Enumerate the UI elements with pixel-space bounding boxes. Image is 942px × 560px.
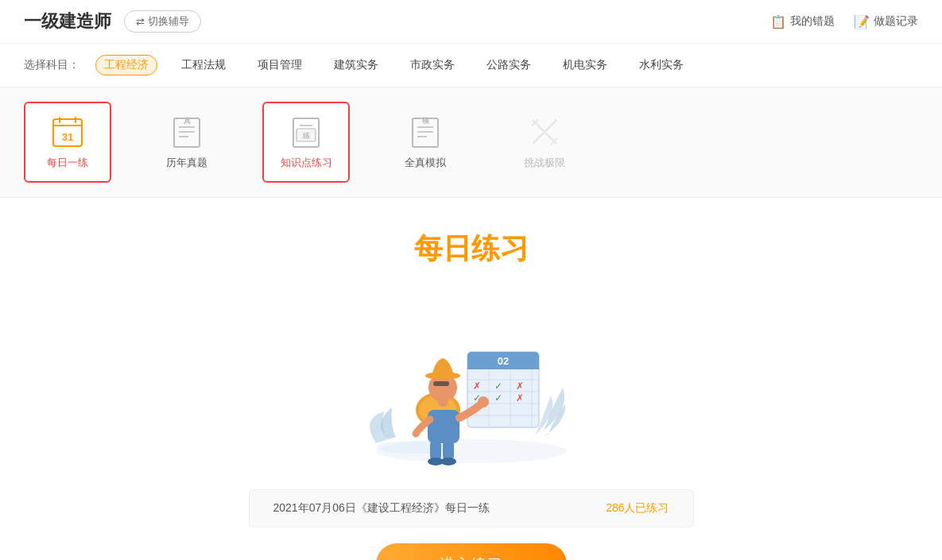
svg-text:02: 02 xyxy=(497,355,508,367)
subject-bar: 选择科目： 工程经济 工程法规 项目管理 建筑实务 市政实务 公路实务 机电实务… xyxy=(0,44,942,87)
my-mistakes-label: 我的错题 xyxy=(790,14,835,29)
subject-item-construction-practice[interactable]: 建筑实务 xyxy=(326,56,386,75)
subject-item-engineering-economy[interactable]: 工程经济 xyxy=(95,55,157,75)
svg-text:✓: ✓ xyxy=(494,380,502,392)
practice-record-label: 做题记录 xyxy=(874,14,918,29)
daily-icon: 31 xyxy=(50,114,85,149)
illustration: 02 ✗ ✓ ✗ ✓ ✓ ✗ xyxy=(344,292,599,467)
subject-label: 选择科目： xyxy=(24,58,79,72)
daily-label: 每日一练 xyxy=(47,156,88,170)
svg-text:✗: ✗ xyxy=(473,380,481,392)
svg-point-51 xyxy=(478,396,489,407)
mode-simulation[interactable]: 模 全真模拟 xyxy=(382,102,469,182)
section-title: 每日练习 xyxy=(414,230,529,268)
mistakes-icon: 📋 xyxy=(770,14,786,29)
info-bar-text: 2021年07月06日《建设工程经济》每日一练 xyxy=(273,501,490,516)
subject-list: 工程经济 工程法规 项目管理 建筑实务 市政实务 公路实务 机电实务 水利实务 xyxy=(95,55,692,75)
switch-btn[interactable]: ⇄ 切换辅导 xyxy=(124,10,201,33)
info-count: 286人已练习 xyxy=(606,501,669,516)
mode-challenge[interactable]: 挑战极限 xyxy=(501,102,588,182)
challenge-label: 挑战极限 xyxy=(524,156,565,170)
history-label: 历年真题 xyxy=(166,156,207,170)
svg-text:✗: ✗ xyxy=(516,392,524,404)
main-content: 每日练习 02 xyxy=(0,198,942,560)
logo: 一级建造师 xyxy=(24,10,111,33)
mode-knowledge[interactable]: 练 知识点练习 xyxy=(262,102,350,183)
mode-history[interactable]: 真 历年真题 xyxy=(143,102,231,182)
subject-item-engineering-law[interactable]: 工程法规 xyxy=(173,56,234,75)
svg-text:✓: ✓ xyxy=(494,392,502,404)
svg-text:练: 练 xyxy=(302,132,311,140)
practice-record-link[interactable]: 📝 做题记录 xyxy=(854,14,918,29)
mode-bar: 31 每日一练 真 历年真题 练 xyxy=(0,87,942,198)
svg-point-49 xyxy=(440,458,456,465)
header-left: 一级建造师 ⇄ 切换辅导 xyxy=(24,10,201,33)
simulation-label: 全真模拟 xyxy=(405,156,446,170)
subject-item-municipal-practice[interactable]: 市政实务 xyxy=(402,56,463,75)
svg-rect-55 xyxy=(433,381,449,386)
svg-text:✗: ✗ xyxy=(516,380,524,392)
subject-item-water-practice[interactable]: 水利实务 xyxy=(631,56,692,75)
svg-text:真: 真 xyxy=(184,117,192,125)
knowledge-icon: 练 xyxy=(289,114,324,149)
subject-item-mechanical-practice[interactable]: 机电实务 xyxy=(555,56,615,75)
enter-btn[interactable]: 进入练习 xyxy=(376,543,567,560)
header: 一级建造师 ⇄ 切换辅导 📋 我的错题 📝 做题记录 xyxy=(0,0,942,44)
challenge-icon xyxy=(527,114,562,149)
subject-item-project-management[interactable]: 项目管理 xyxy=(250,56,310,75)
switch-arrow-icon: ⇄ xyxy=(136,16,145,28)
svg-text:模: 模 xyxy=(421,117,430,125)
mode-daily[interactable]: 31 每日一练 xyxy=(24,102,111,183)
record-icon: 📝 xyxy=(854,14,870,29)
svg-text:31: 31 xyxy=(62,131,73,143)
svg-rect-50 xyxy=(428,410,459,443)
my-mistakes-link[interactable]: 📋 我的错题 xyxy=(770,14,835,29)
knowledge-label: 知识点练习 xyxy=(281,156,332,170)
simulation-icon: 模 xyxy=(408,114,443,149)
history-icon: 真 xyxy=(169,114,204,149)
subject-item-highway-practice[interactable]: 公路实务 xyxy=(479,56,539,75)
info-bar: 2021年07月06日《建设工程经济》每日一练 286人已练习 xyxy=(249,489,694,527)
header-right: 📋 我的错题 📝 做题记录 xyxy=(770,14,918,29)
switch-btn-label: 切换辅导 xyxy=(148,14,189,29)
